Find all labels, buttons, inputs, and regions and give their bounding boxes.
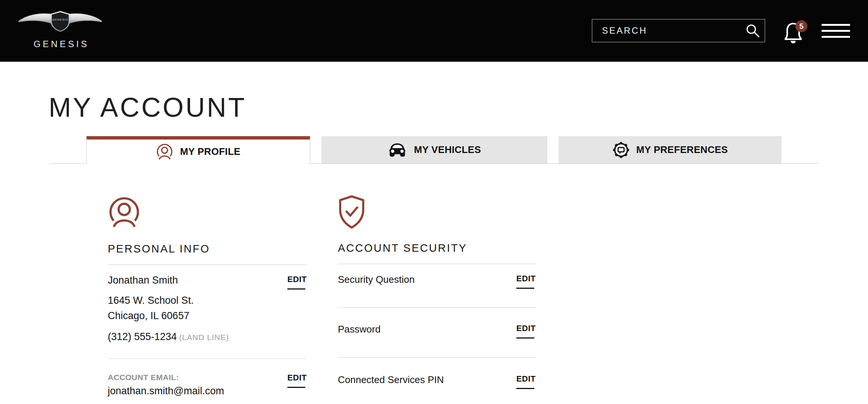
genesis-logo[interactable]: GENESIS GENESIS (17, 10, 103, 49)
genesis-wordmark: GENESIS (31, 39, 89, 49)
search-box (592, 19, 765, 42)
password-row: Password EDIT (338, 308, 536, 358)
account-email-label: ACCOUNT EMAIL: (108, 373, 224, 382)
search-button[interactable] (741, 19, 765, 42)
security-question-row: Security Question EDIT (338, 274, 536, 308)
car-icon (388, 142, 407, 158)
account-tabs: MY PROFILE MY VEHICLES (50, 136, 819, 164)
page-title: MY ACCOUNT (49, 92, 247, 123)
tab-my-preferences[interactable]: MY PREFERENCES (559, 136, 782, 163)
tab-my-profile[interactable]: MY PROFILE (86, 136, 310, 164)
phone-number: (312) 555-1234(LAND LINE) (108, 331, 229, 343)
edit-personal-info-button[interactable]: EDIT (287, 275, 307, 290)
user-name: Jonathan Smith (108, 275, 229, 286)
person-icon (108, 195, 141, 230)
edit-security-question-button[interactable]: EDIT (516, 274, 536, 289)
menu-button[interactable] (822, 24, 850, 38)
tab-label: MY VEHICLES (414, 144, 481, 156)
notifications-button[interactable]: 5 (783, 22, 804, 46)
account-email-value: jonathan.smith@mail.com (108, 385, 224, 397)
account-security-section: ACCOUNT SECURITY Security Question EDIT … (338, 195, 536, 389)
tab-label: MY PREFERENCES (636, 144, 728, 156)
password-label: Password (338, 324, 380, 335)
tab-label: MY PROFILE (180, 146, 240, 157)
edit-pin-button[interactable]: EDIT (516, 374, 536, 389)
divider (108, 358, 307, 359)
shield-check-icon (338, 195, 366, 229)
account-security-title: ACCOUNT SECURITY (338, 242, 536, 254)
personal-info-section: PERSONAL INFO Jonathan Smith 1645 W. Sch… (108, 195, 307, 404)
svg-text:GENESIS: GENESIS (52, 18, 68, 21)
divider (108, 264, 307, 265)
connected-services-pin-row: Connected Services PIN EDIT (338, 358, 536, 389)
genesis-wings-emblem: GENESIS (17, 10, 103, 32)
person-icon (156, 143, 173, 161)
edit-password-button[interactable]: EDIT (516, 324, 536, 339)
gear-icon (612, 141, 630, 159)
address-line2: Chicago, IL 60657 (108, 308, 229, 324)
search-icon (745, 23, 760, 38)
tab-my-vehicles[interactable]: MY VEHICLES (321, 136, 547, 163)
phone-type-label: (LAND LINE) (179, 333, 229, 342)
notification-badge: 5 (795, 20, 807, 32)
personal-info-title: PERSONAL INFO (108, 243, 307, 255)
top-nav-bar: GENESIS GENESIS 5 (0, 0, 868, 62)
connected-services-pin-label: Connected Services PIN (338, 374, 444, 386)
menu-icon (822, 24, 850, 26)
address-line1: 1645 W. School St. (108, 293, 229, 308)
search-input[interactable] (592, 19, 741, 42)
edit-email-button[interactable]: EDIT (287, 373, 307, 388)
security-question-label: Security Question (338, 274, 415, 285)
divider (338, 264, 536, 264)
